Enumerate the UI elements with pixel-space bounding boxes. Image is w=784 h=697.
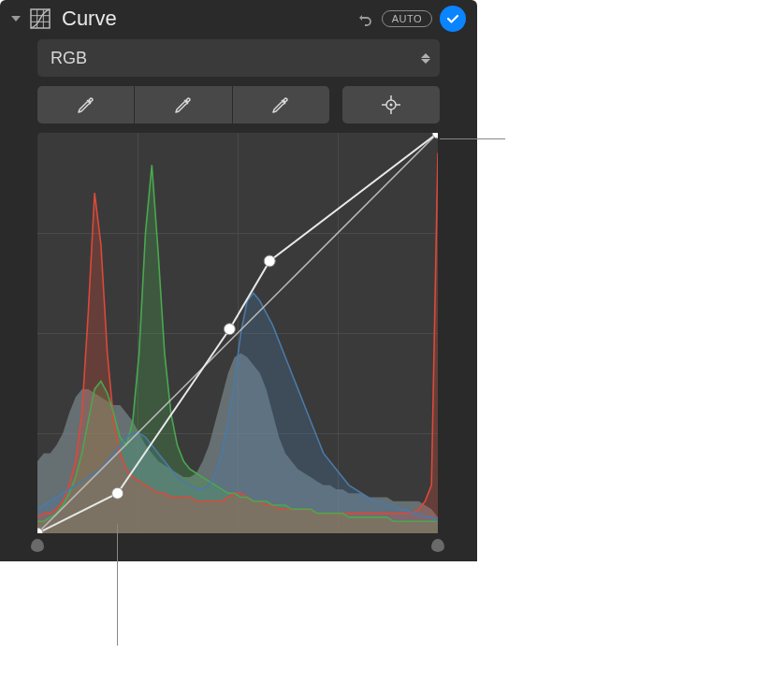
curves-histogram[interactable] xyxy=(37,133,438,533)
enabled-checkmark-button[interactable] xyxy=(440,6,466,32)
disclosure-caret-icon[interactable] xyxy=(11,16,21,22)
channel-selected-label: RGB xyxy=(51,49,421,68)
eyedropper-white-button[interactable] xyxy=(233,86,329,123)
svg-point-15 xyxy=(264,255,275,267)
channel-select[interactable]: RGB xyxy=(37,39,440,77)
auto-button[interactable]: AUTO xyxy=(382,10,432,27)
eyedropper-black-button[interactable] xyxy=(37,86,134,123)
panel-body: RGB xyxy=(0,39,477,561)
add-point-button[interactable] xyxy=(342,86,440,123)
callout-line xyxy=(117,524,118,646)
eyedropper-gray-button[interactable] xyxy=(135,86,231,123)
svg-point-10 xyxy=(390,104,393,107)
panel-header: Curve AUTO xyxy=(0,0,477,39)
callout-line xyxy=(440,138,505,139)
black-point-slider[interactable] xyxy=(31,539,44,552)
select-stepper-icon xyxy=(421,53,430,64)
svg-point-13 xyxy=(112,487,123,499)
histogram-svg xyxy=(37,133,438,533)
curves-panel: Curve AUTO RGB xyxy=(0,0,477,561)
svg-point-14 xyxy=(224,324,235,335)
eyedropper-toolbar xyxy=(37,86,440,123)
panel-title: Curve xyxy=(62,7,348,31)
undo-icon[interactable] xyxy=(356,9,374,28)
white-point-slider[interactable] xyxy=(431,539,444,552)
curve-grid-icon xyxy=(28,7,52,31)
eyedropper-segment-group xyxy=(37,86,329,123)
